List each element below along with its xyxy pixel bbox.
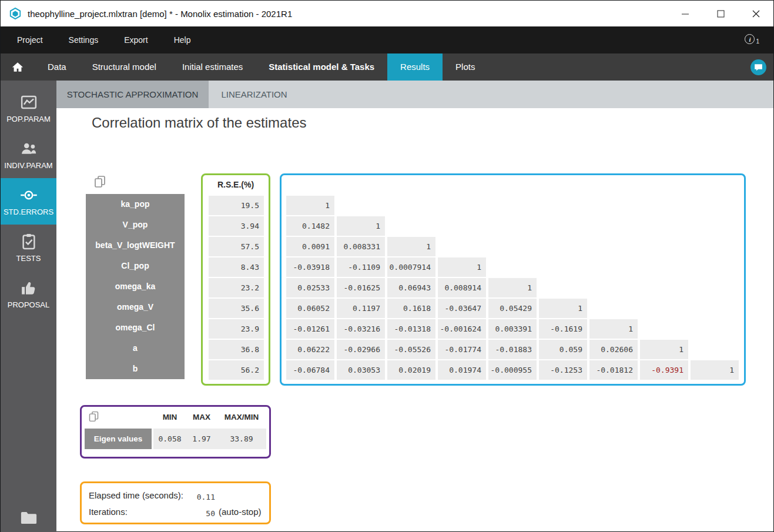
matrix-cell: -0.1253: [539, 360, 587, 380]
param-label: beta_V_logtWEIGHT: [86, 235, 185, 256]
rse-value: 19.5: [209, 196, 264, 215]
matrix-cell: 0.01974: [438, 360, 486, 380]
matrix-cell: -0.03647: [438, 299, 486, 318]
matrix-cell: 0.059: [539, 340, 587, 359]
matrix-cell: 0.003391: [488, 319, 537, 339]
feedback-chat-button[interactable]: [750, 59, 766, 75]
sidebar-label: POP.PARAM: [6, 115, 51, 123]
close-button[interactable]: [738, 1, 773, 26]
info-icon: i: [745, 34, 755, 44]
rse-value: 36.8: [209, 340, 264, 359]
copy-eigen-button[interactable]: [88, 410, 100, 423]
sidebar-label: STD.ERRORS: [4, 208, 53, 216]
matrix-cell: 1: [337, 216, 385, 236]
sidebar-item-tests[interactable]: TESTS: [1, 225, 56, 271]
matrix-row: -0.01261-0.03216-0.01318-0.0016240.00339…: [286, 319, 741, 340]
menu-bar: Project Settings Export Help i 1: [1, 26, 773, 53]
param-label: V_pop: [86, 215, 185, 235]
matrix-cell: -0.03918: [286, 257, 334, 277]
notifications-button[interactable]: i 1: [745, 34, 759, 45]
menu-settings[interactable]: Settings: [69, 35, 99, 45]
tab-structural-model[interactable]: Structural model: [79, 53, 169, 81]
window-controls: [668, 1, 773, 26]
matrix-cell: 0.02019: [387, 360, 435, 380]
matrix-cell: -0.01625: [337, 278, 385, 297]
matrix-cell: 0.1618: [387, 299, 435, 318]
sidebar-item-proposal[interactable]: PROPOSAL: [1, 271, 56, 317]
minimize-button[interactable]: [668, 1, 703, 26]
home-button[interactable]: [1, 53, 35, 81]
eigen-headers: MIN MAX MAX/MIN: [153, 413, 266, 421]
matrix-cell: 1: [589, 319, 638, 339]
maximize-button[interactable]: [703, 1, 738, 26]
rse-value: 35.6: [209, 299, 264, 318]
param-label: omega_V: [86, 297, 185, 317]
matrix-row: 0.060520.11970.1618-0.036470.054291: [286, 299, 741, 319]
matrix-cell: 0.0007914: [387, 257, 435, 277]
matrix-row: 0.14821: [286, 216, 741, 237]
matrix-row: -0.067840.030530.020190.01974-0.000955-0…: [286, 360, 741, 381]
eigen-panel: MIN MAX MAX/MIN Eigen values 0.058 1.97 …: [80, 405, 271, 459]
matrix-cell: -0.01318: [387, 319, 435, 339]
matrix-cell: -0.1109: [337, 257, 385, 277]
window-title: theophylline_project.mlxtran [demo] * - …: [28, 9, 292, 19]
subtab-linearization[interactable]: LINEARIZATION: [209, 81, 300, 108]
monolix-logo-icon: [9, 7, 22, 20]
matrix-row: 0.02533-0.016250.069430.0089141: [286, 278, 741, 299]
param-label: b: [86, 359, 185, 379]
matrix-cell: 0.008914: [438, 278, 486, 297]
elapsed-time-value: 0.11: [170, 491, 215, 504]
menu-export[interactable]: Export: [124, 35, 148, 45]
matrix-cell: 1: [286, 196, 334, 215]
notification-badge: 1: [756, 38, 759, 45]
matrix-cell: -0.01883: [488, 340, 537, 359]
page-title: Correlation matrix of the estimates: [92, 115, 306, 131]
matrix-cell: -0.1619: [539, 319, 587, 339]
rse-values: 19.53.9457.58.4323.235.623.936.856.2: [209, 196, 264, 381]
tab-plots[interactable]: Plots: [443, 53, 488, 81]
tab-results[interactable]: Results: [387, 53, 443, 81]
project-folder-button[interactable]: [1, 510, 56, 526]
matrix-cell: -0.000955: [488, 360, 537, 380]
tab-initial-estimates[interactable]: Initial estimates: [169, 53, 256, 81]
maximize-icon: [717, 10, 725, 18]
matrix-cell: 0.0091: [286, 237, 334, 256]
eigen-header-maxmin: MAX/MIN: [217, 413, 266, 421]
eigen-header-max: MAX: [186, 413, 217, 421]
matrix-cell: -0.01774: [438, 340, 486, 359]
chat-bubble-icon: [753, 62, 763, 72]
rse-value: 23.9: [209, 319, 264, 339]
sidebar-item-pop-param[interactable]: POP.PARAM: [1, 85, 56, 132]
eigen-min-value: 0.058: [153, 429, 186, 449]
matrix-cell: 0.06052: [286, 299, 334, 318]
tab-statistical-model-tasks[interactable]: Statistical model & Tasks: [256, 53, 387, 81]
matrix-cell: 1: [539, 299, 587, 318]
param-label: ka_pop: [86, 194, 185, 215]
sidebar-item-std-errors[interactable]: STD.ERRORS: [1, 178, 56, 225]
matrix-cell: -0.05526: [387, 340, 435, 359]
copy-matrix-button[interactable]: [93, 175, 107, 189]
main-content: STOCHASTIC APPROXIMATION LINEARIZATION C…: [56, 81, 773, 531]
matrix-cell: 0.06222: [286, 340, 334, 359]
sidebar: POP.PARAM INDIV.PARAM STD.ERRORS: [1, 81, 56, 532]
close-icon: [752, 10, 760, 18]
chart-icon: [20, 93, 38, 111]
menu-help[interactable]: Help: [174, 35, 191, 45]
param-labels: ka_popV_popbeta_V_logtWEIGHTCl_popomega_…: [86, 194, 185, 379]
sidebar-label: PROPOSAL: [8, 300, 50, 309]
thumbs-up-icon: [20, 279, 38, 297]
sidebar-label: TESTS: [16, 254, 41, 263]
iterations-value: 50: [170, 507, 215, 520]
matrix-grid: 10.148210.00910.0083311-0.03918-0.11090.…: [286, 196, 741, 381]
matrix-row: -0.03918-0.11090.00079141: [286, 257, 741, 278]
copy-icon: [88, 410, 100, 423]
rse-panel: R.S.E.(%) 19.53.9457.58.4323.235.623.936…: [201, 173, 270, 386]
param-label: Cl_pop: [86, 256, 185, 276]
subtab-stochastic-approximation[interactable]: STOCHASTIC APPROXIMATION: [56, 81, 209, 108]
nav-bar: Data Structural model Initial estimates …: [1, 53, 773, 81]
sidebar-item-indiv-param[interactable]: INDIV.PARAM: [1, 132, 56, 178]
tab-data[interactable]: Data: [35, 53, 79, 81]
menu-project[interactable]: Project: [17, 35, 43, 45]
eigen-header-min: MIN: [153, 413, 186, 421]
iterations-label: Iterations:: [89, 507, 128, 517]
